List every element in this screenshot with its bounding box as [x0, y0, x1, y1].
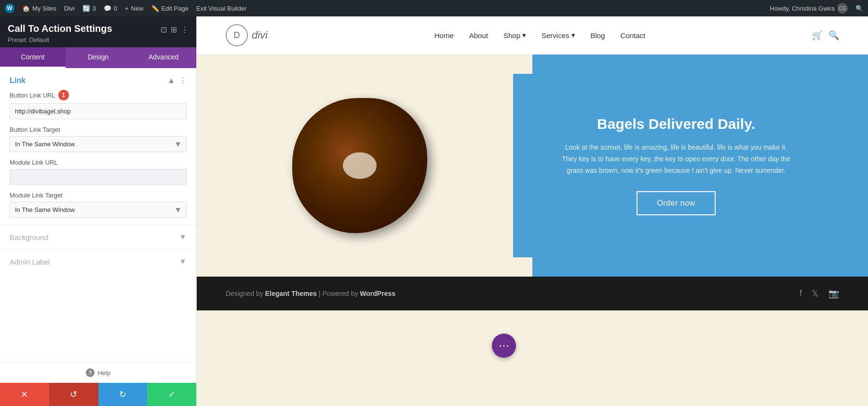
my-sites-label: My Sites: [32, 5, 56, 12]
site-navigation: D divi Home About Shop ▾ Services ▾ Blog…: [197, 16, 868, 55]
undo-button[interactable]: ↺: [49, 383, 98, 406]
button-link-target-wrapper: In The Same Window In A New Window ▼: [10, 136, 187, 152]
cta-text: Look at the sunset, life is amazing, lif…: [560, 142, 792, 176]
logo-letter: D: [234, 30, 240, 41]
nav-shop[interactable]: Shop ▾: [503, 31, 526, 40]
wp-icon: W: [5, 3, 14, 13]
module-link-target-label: Module Link Target: [10, 192, 187, 199]
nav-blog[interactable]: Blog: [591, 31, 605, 40]
redo-button[interactable]: ↻: [98, 383, 148, 406]
home-icon: 🏠: [22, 5, 30, 12]
button-link-badge: 1: [58, 90, 69, 100]
panel-tabs: Content Design Advanced: [0, 47, 196, 68]
page-content: Bagels Delivered Daily. Look at the suns…: [197, 55, 868, 406]
panel-title: Call To Action Settings: [8, 23, 112, 34]
columns-icon[interactable]: ⊞: [171, 25, 177, 34]
module-link-url-group: Module Link URL: [0, 159, 196, 192]
order-now-button[interactable]: Order now: [637, 191, 715, 215]
admin-label-section-title: Admin Label: [10, 258, 50, 266]
button-link-target-group: Button Link Target In The Same Window In…: [0, 126, 196, 159]
site-logo: D divi: [226, 24, 268, 46]
footer-social: f 𝕏 📷: [800, 288, 839, 299]
cta-title: Bagels Delivered Daily.: [597, 116, 755, 132]
my-sites-button[interactable]: 🏠 My Sites: [22, 5, 56, 12]
footer-text: Designed by Elegant Themes | Powered by …: [226, 290, 395, 297]
background-section-header[interactable]: Background ▼: [0, 225, 196, 249]
powered-by-text: | Powered by: [319, 290, 360, 297]
wp-icon-button[interactable]: W: [5, 3, 14, 13]
link-section-menu-icon[interactable]: ⋮: [179, 76, 187, 85]
facebook-icon[interactable]: f: [800, 288, 802, 299]
site-nav-icons: 🛒 🔍: [812, 30, 839, 41]
panel-header-icons: ⊡ ⊞ ⋮: [161, 25, 189, 34]
hero-section: Bagels Delivered Daily. Look at the suns…: [197, 55, 868, 277]
nav-about[interactable]: About: [469, 31, 488, 40]
site-footer: Designed by Elegant Themes | Powered by …: [197, 277, 868, 310]
twitter-icon[interactable]: 𝕏: [812, 288, 819, 299]
nav-search-icon[interactable]: 🔍: [828, 30, 839, 41]
panel-preset[interactable]: Preset: Default: [8, 36, 112, 43]
plus-icon: +: [125, 5, 129, 12]
module-link-target-select[interactable]: In The Same Window In A New Window: [10, 202, 187, 218]
tab-advanced[interactable]: Advanced: [131, 47, 196, 68]
refresh-icon: 🔄: [82, 5, 90, 12]
search-button[interactable]: 🔍: [855, 5, 863, 12]
admin-label-section: Admin Label ▼: [0, 249, 196, 274]
module-link-target-wrapper: In The Same Window In A New Window ▼: [10, 202, 187, 218]
cta-block: Bagels Delivered Daily. Look at the suns…: [513, 74, 839, 257]
nav-contact[interactable]: Contact: [621, 31, 646, 40]
shop-dropdown-icon: ▾: [522, 31, 526, 40]
redo-icon: ↻: [119, 389, 126, 400]
admin-bar: W 🏠 My Sites Divi 🔄 3 💬 0 + New ✏️ Edit …: [0, 0, 868, 16]
exit-visual-builder-button[interactable]: Exit Visual Builder: [196, 5, 247, 12]
cancel-icon: ✕: [21, 389, 28, 400]
avatar: CG: [837, 3, 848, 14]
panel-footer[interactable]: ? Help: [0, 362, 196, 383]
comment-count-button[interactable]: 🔄 3: [82, 5, 96, 12]
button-link-target-label: Button Link Target: [10, 126, 187, 133]
nav-home[interactable]: Home: [434, 31, 454, 40]
search-icon: 🔍: [855, 5, 863, 12]
panel-content: Link ▲ ⋮ Button Link URL 1 Button Link T…: [0, 68, 196, 362]
site-nav-links: Home About Shop ▾ Services ▾ Blog Contac…: [434, 31, 646, 40]
new-button[interactable]: + New: [125, 5, 144, 12]
fullscreen-icon[interactable]: ⊡: [161, 25, 167, 34]
message-count-button[interactable]: 💬 0: [104, 5, 117, 12]
background-chevron-icon: ▼: [179, 233, 187, 241]
pencil-icon: ✏️: [151, 5, 159, 12]
wordpress-link[interactable]: WordPress: [360, 290, 395, 297]
tab-content[interactable]: Content: [0, 47, 66, 68]
module-link-url-input[interactable]: [10, 169, 187, 185]
module-link-target-group: Module Link Target In The Same Window In…: [0, 192, 196, 224]
hero-left: [226, 98, 494, 233]
button-link-url-input[interactable]: [10, 103, 187, 119]
logo-text: divi: [252, 29, 268, 42]
edit-page-button[interactable]: ✏️ Edit Page: [151, 5, 189, 12]
background-section: Background ▼: [0, 224, 196, 249]
help-icon: ?: [86, 368, 95, 377]
nav-services[interactable]: Services ▾: [542, 31, 575, 40]
save-button[interactable]: ✓: [147, 383, 196, 406]
background-section-title: Background: [10, 233, 48, 241]
website-preview: D divi Home About Shop ▾ Services ▾ Blog…: [197, 16, 868, 406]
cancel-button[interactable]: ✕: [0, 383, 49, 406]
link-section-title: Link: [10, 76, 26, 85]
help-label: Help: [97, 369, 110, 377]
button-link-target-select[interactable]: In The Same Window In A New Window: [10, 136, 187, 152]
tab-design[interactable]: Design: [66, 47, 131, 68]
logo-circle: D: [226, 24, 248, 46]
save-icon: ✓: [168, 389, 176, 400]
panel-actions: ✕ ↺ ↻ ✓: [0, 383, 196, 406]
button-link-url-label: Button Link URL 1: [10, 90, 187, 100]
designed-by-text: Designed by: [226, 290, 265, 297]
settings-panel: Call To Action Settings Preset: Default …: [0, 16, 197, 406]
elegant-themes-link[interactable]: Elegant Themes: [265, 290, 317, 297]
admin-label-section-header[interactable]: Admin Label ▼: [0, 250, 196, 274]
link-section-collapse-icon[interactable]: ▲: [167, 76, 175, 85]
more-options-icon[interactable]: ⋮: [181, 25, 189, 34]
instagram-icon[interactable]: 📷: [828, 288, 839, 299]
floating-action-button[interactable]: ⋯: [492, 334, 516, 358]
site-name-button[interactable]: Divi: [64, 5, 75, 12]
section-header-icons: ▲ ⋮: [167, 76, 187, 85]
cart-icon[interactable]: 🛒: [812, 30, 823, 41]
